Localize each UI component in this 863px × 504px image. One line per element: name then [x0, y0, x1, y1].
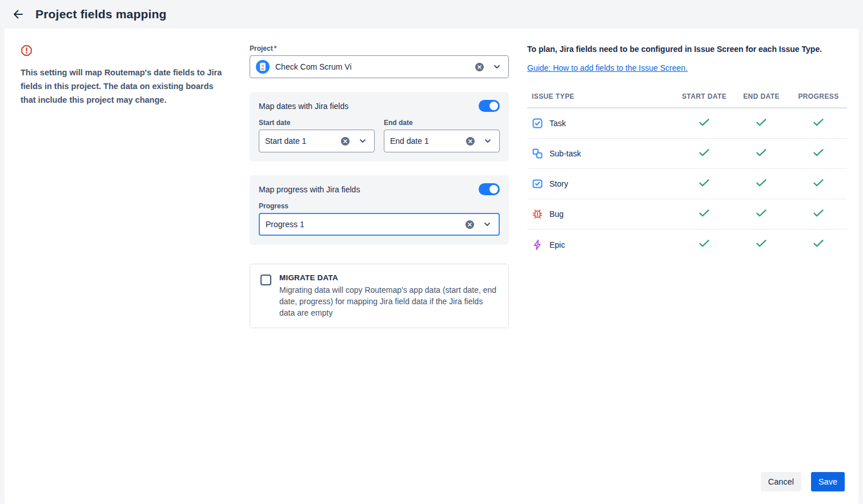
clear-icon[interactable]: [475, 62, 484, 72]
progress-value: Progress 1: [266, 220, 465, 229]
progress-cell: [790, 239, 847, 250]
header-start-date: START DATE: [676, 92, 733, 100]
warning-icon: [21, 45, 33, 59]
check-icon: [813, 148, 824, 157]
clear-icon[interactable]: [340, 136, 350, 146]
project-select[interactable]: Check Com Scrum Vi: [250, 55, 509, 78]
migrate-data-checkbox[interactable]: [260, 275, 271, 285]
top-bar: Project fields mapping: [0, 0, 863, 29]
check-icon: [756, 148, 767, 157]
check-icon: [699, 179, 710, 187]
task-icon: [532, 118, 543, 129]
progress-select[interactable]: Progress 1: [259, 213, 500, 236]
table-row: Epic: [527, 229, 847, 260]
map-progress-toggle[interactable]: [479, 183, 500, 195]
table-header-row: ISSUE TYPE START DATE END DATE PROGRESS: [527, 86, 847, 108]
issue-type-label: Story: [549, 179, 568, 188]
issue-type-cell: Sub-task: [527, 148, 676, 159]
header-issue-type: ISSUE TYPE: [527, 92, 676, 100]
issue-type-label: Epic: [549, 240, 565, 249]
map-dates-title: Map dates with Jira fields: [259, 102, 348, 111]
end-date-cell: [733, 148, 790, 159]
issue-type-table-body: TaskSub-taskStoryBugEpic: [527, 108, 847, 260]
issue-type-label: Task: [549, 119, 566, 128]
check-icon: [756, 209, 767, 217]
start-date-cell: [676, 148, 733, 159]
map-progress-title: Map progress with Jira fields: [259, 185, 360, 194]
end-date-cell: [733, 239, 790, 250]
issue-type-cell: Story: [527, 178, 676, 189]
check-icon: [813, 209, 824, 217]
issue-type-cell: Epic: [527, 239, 676, 251]
migrate-data-description: Migrating data will copy Routemap's app …: [279, 284, 499, 318]
chevron-down-icon[interactable]: [483, 136, 492, 146]
end-date-cell: [733, 209, 790, 220]
end-date-select[interactable]: End date 1: [384, 130, 500, 152]
chevron-down-icon[interactable]: [492, 62, 501, 71]
issue-screen-intro: To plan, Jira fields need to be configur…: [527, 45, 847, 54]
clear-icon[interactable]: [465, 220, 475, 229]
save-button[interactable]: Save: [811, 472, 845, 491]
form-column: Project* Check Com Scrum Vi: [250, 45, 509, 504]
end-date-value: End date 1: [390, 136, 465, 146]
issue-screen-column: To plan, Jira fields need to be configur…: [527, 45, 847, 504]
progress-label: Progress: [259, 202, 500, 210]
map-dates-card: Map dates with Jira fields Start date St…: [250, 92, 509, 162]
progress-cell: [790, 209, 847, 220]
note-column: This setting will map Routemap's date fi…: [16, 45, 231, 504]
issue-type-cell: Bug: [527, 208, 676, 220]
epic-icon: [532, 239, 543, 251]
check-icon: [813, 179, 824, 187]
header-progress: PROGRESS: [790, 92, 847, 100]
table-row: Story: [527, 169, 847, 199]
page-title: Project fields mapping: [35, 7, 167, 21]
end-date-cell: [733, 179, 790, 189]
check-icon: [699, 209, 710, 217]
footer-actions: Cancel Save: [761, 472, 845, 491]
project-avatar: [256, 60, 270, 74]
project-label: Project*: [250, 45, 509, 53]
check-icon: [756, 239, 767, 248]
map-dates-toggle[interactable]: [479, 100, 500, 112]
main-panel: This setting will map Routemap's date fi…: [5, 29, 858, 504]
guide-link[interactable]: Guide: How to add fields to the Issue Sc…: [527, 63, 688, 72]
start-date-value: Start date 1: [265, 136, 340, 146]
table-row: Bug: [527, 199, 847, 229]
progress-cell: [790, 148, 847, 159]
migrate-data-title: MIGRATE DATA: [279, 273, 499, 282]
chevron-down-icon[interactable]: [483, 220, 492, 229]
check-icon: [813, 118, 824, 127]
check-icon: [813, 239, 824, 248]
check-icon: [756, 179, 767, 187]
check-icon: [699, 148, 710, 157]
progress-cell: [790, 179, 847, 189]
required-asterisk: *: [274, 45, 277, 53]
issue-type-label: Bug: [549, 209, 564, 219]
chevron-down-icon[interactable]: [358, 136, 367, 146]
project-select-value: Check Com Scrum Vi: [275, 62, 475, 71]
check-icon: [699, 239, 710, 248]
story-icon: [532, 178, 543, 189]
issue-type-label: Sub-task: [549, 149, 581, 158]
map-progress-card: Map progress with Jira fields Progress P…: [250, 175, 509, 245]
end-date-cell: [733, 118, 790, 129]
start-date-select[interactable]: Start date 1: [259, 130, 375, 152]
cancel-button[interactable]: Cancel: [761, 472, 801, 491]
start-date-cell: [676, 209, 733, 220]
migrate-data-card: MIGRATE DATA Migrating data will copy Ro…: [250, 264, 509, 328]
start-date-label: Start date: [259, 119, 375, 127]
subtask-icon: [532, 148, 543, 159]
arrow-left-icon: [12, 8, 25, 21]
start-date-cell: [676, 118, 733, 129]
clear-icon[interactable]: [465, 136, 475, 146]
issue-type-table: ISSUE TYPE START DATE END DATE PROGRESS …: [527, 86, 847, 260]
back-button[interactable]: [11, 7, 25, 21]
end-date-label: End date: [384, 119, 500, 127]
bug-icon: [532, 208, 543, 220]
table-row: Sub-task: [527, 139, 847, 169]
check-icon: [756, 118, 767, 127]
progress-cell: [790, 118, 847, 129]
start-date-cell: [676, 239, 733, 250]
start-date-cell: [676, 179, 733, 189]
issue-type-cell: Task: [527, 118, 676, 129]
